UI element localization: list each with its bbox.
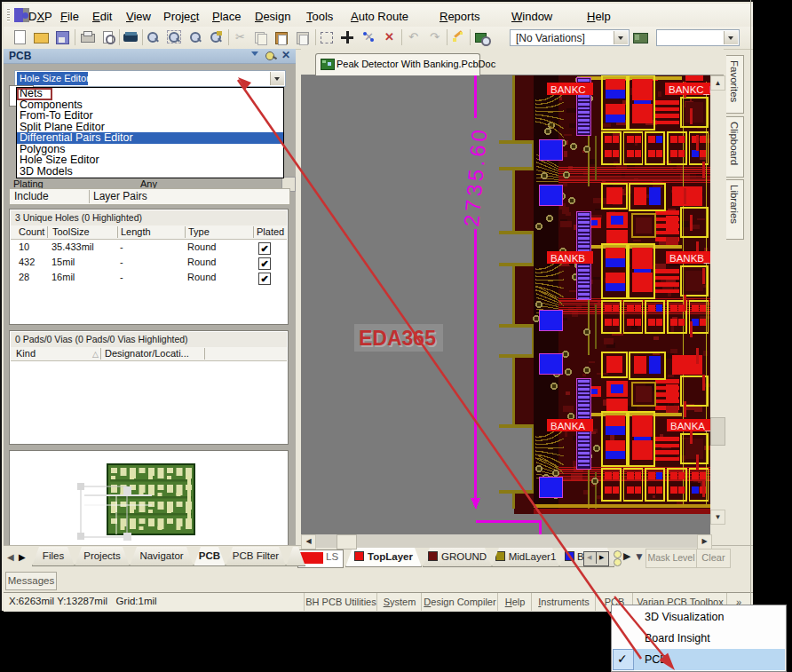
svg-text:BANKB_PI: BANKB_PI [669, 253, 710, 264]
svg-text:BANKA_P: BANKA_P [670, 421, 710, 431]
svg-text:EDA365: EDA365 [359, 327, 436, 350]
svg-text:BANKB: BANKB [550, 253, 585, 264]
svg-text:BANKC: BANKC [550, 84, 586, 95]
svg-text:BANKA: BANKA [550, 421, 585, 431]
svg-text:BANKC_PI: BANKC_PI [669, 84, 710, 95]
